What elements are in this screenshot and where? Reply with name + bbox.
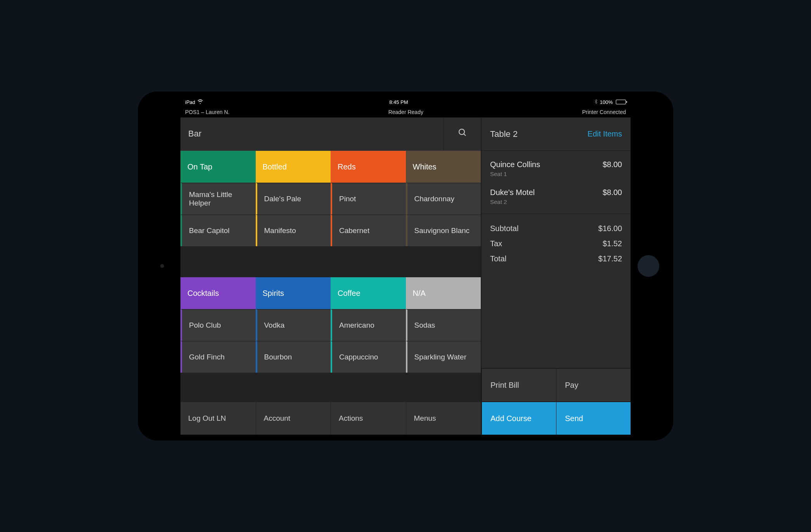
menu-item-sauvignon-blanc[interactable]: Sauvignon Blanc <box>406 214 481 246</box>
category-spirits[interactable]: Spirits <box>256 277 331 309</box>
menu-item-pinot[interactable]: Pinot <box>331 183 406 214</box>
search-icon <box>458 128 467 140</box>
screen: iPad 8:45 PM 100% POS1 – Lauren N. Reade… <box>180 97 631 435</box>
reader-status: Reader Ready <box>388 109 423 115</box>
menu-item-dale-s-pale[interactable]: Dale's Pale <box>256 183 331 214</box>
account-button[interactable]: Account <box>256 401 331 435</box>
pos-terminal-user: POS1 – Lauren N. <box>185 109 229 115</box>
category-coffee[interactable]: Coffee <box>331 277 406 309</box>
send-button[interactable]: Send <box>556 401 631 435</box>
bottom-controls: Log Out LN Account Actions Menus <box>180 401 481 435</box>
menu-item-gold-finch[interactable]: Gold Finch <box>180 341 256 373</box>
ticket-title[interactable]: Table 2 <box>490 129 518 139</box>
print-bill-button[interactable]: Print Bill <box>482 368 556 401</box>
ticket-header: Table 2 Edit Items <box>482 117 631 151</box>
menu-item-vodka[interactable]: Vodka <box>256 309 331 341</box>
menu-header: Bar <box>180 117 481 151</box>
logout-button[interactable]: Log Out LN <box>180 401 256 435</box>
menu-gap <box>180 373 481 400</box>
ticket-item-name: Duke's Motel <box>490 188 535 197</box>
ticket-actions: Print Bill Pay Add Course Send <box>482 368 631 435</box>
battery-icon <box>616 100 626 104</box>
menu-gap <box>180 246 481 277</box>
category-n-a[interactable]: N/A <box>406 277 481 309</box>
category-bottled[interactable]: Bottled <box>256 151 331 183</box>
menu-item-polo-club[interactable]: Polo Club <box>180 309 256 341</box>
subtotal-label: Subtotal <box>490 224 518 233</box>
edit-items-link[interactable]: Edit Items <box>587 130 622 138</box>
pos-status-bar: POS1 – Lauren N. Reader Ready Printer Co… <box>180 107 631 117</box>
ipad-frame: iPad 8:45 PM 100% POS1 – Lauren N. Reade… <box>138 92 673 440</box>
ticket-item[interactable]: Duke's MotelSeat 2$8.00 <box>490 184 622 212</box>
total-label: Total <box>490 254 506 263</box>
camera-dot <box>160 264 164 268</box>
battery-pct: 100% <box>600 99 613 105</box>
ticket-item-seat: Seat 1 <box>490 171 540 177</box>
menus-button[interactable]: Menus <box>406 401 481 435</box>
tax-label: Tax <box>490 239 502 248</box>
bluetooth-icon <box>594 99 598 105</box>
pos-app: Bar On TapBottledRedsWhitesMama's Little… <box>180 117 631 435</box>
ticket-item-price: $8.00 <box>603 160 622 177</box>
menu-item-cappuccino[interactable]: Cappuccino <box>331 341 406 373</box>
category-on-tap[interactable]: On Tap <box>180 151 256 183</box>
menu-item-bear-capitol[interactable]: Bear Capitol <box>180 214 256 246</box>
menu-item-bourbon[interactable]: Bourbon <box>256 341 331 373</box>
ticket-items: Quince CollinsSeat 1$8.00Duke's MotelSea… <box>482 151 631 214</box>
menu-item-chardonnay[interactable]: Chardonnay <box>406 183 481 214</box>
svg-line-1 <box>464 134 466 136</box>
menu-panel: Bar On TapBottledRedsWhitesMama's Little… <box>180 117 481 435</box>
clock: 8:45 PM <box>389 99 408 105</box>
search-button[interactable] <box>444 117 481 150</box>
wifi-icon <box>198 99 203 105</box>
tax-value: $1.52 <box>603 239 622 248</box>
subtotal-value: $16.00 <box>598 224 622 233</box>
category-cocktails[interactable]: Cocktails <box>180 277 256 309</box>
ticket-totals: Subtotal $16.00 Tax $1.52 Total $17.52 <box>482 214 631 273</box>
ticket-item-price: $8.00 <box>603 188 622 205</box>
home-button[interactable] <box>638 255 659 277</box>
ticket-item-seat: Seat 2 <box>490 199 535 205</box>
ticket-item[interactable]: Quince CollinsSeat 1$8.00 <box>490 156 622 184</box>
ticket-panel: Table 2 Edit Items Quince CollinsSeat 1$… <box>481 117 631 435</box>
pay-button[interactable]: Pay <box>556 368 631 401</box>
category-whites[interactable]: Whites <box>406 151 481 183</box>
device-label: iPad <box>185 99 195 105</box>
printer-status: Printer Connected <box>582 109 626 115</box>
menu-body: On TapBottledRedsWhitesMama's Little Hel… <box>180 151 481 400</box>
ios-status-bar: iPad 8:45 PM 100% <box>180 97 631 107</box>
menu-item-manifesto[interactable]: Manifesto <box>256 214 331 246</box>
menu-item-americano[interactable]: Americano <box>331 309 406 341</box>
menu-item-sodas[interactable]: Sodas <box>406 309 481 341</box>
add-course-button[interactable]: Add Course <box>482 401 556 435</box>
category-reds[interactable]: Reds <box>331 151 406 183</box>
menu-item-cabernet[interactable]: Cabernet <box>331 214 406 246</box>
menu-title[interactable]: Bar <box>180 117 444 150</box>
actions-button[interactable]: Actions <box>331 401 406 435</box>
menu-item-sparkling-water[interactable]: Sparkling Water <box>406 341 481 373</box>
svg-point-0 <box>459 129 464 135</box>
ticket-item-name: Quince Collins <box>490 160 540 169</box>
total-value: $17.52 <box>598 254 622 263</box>
menu-item-mama-s-little-helper[interactable]: Mama's Little Helper <box>180 183 256 214</box>
